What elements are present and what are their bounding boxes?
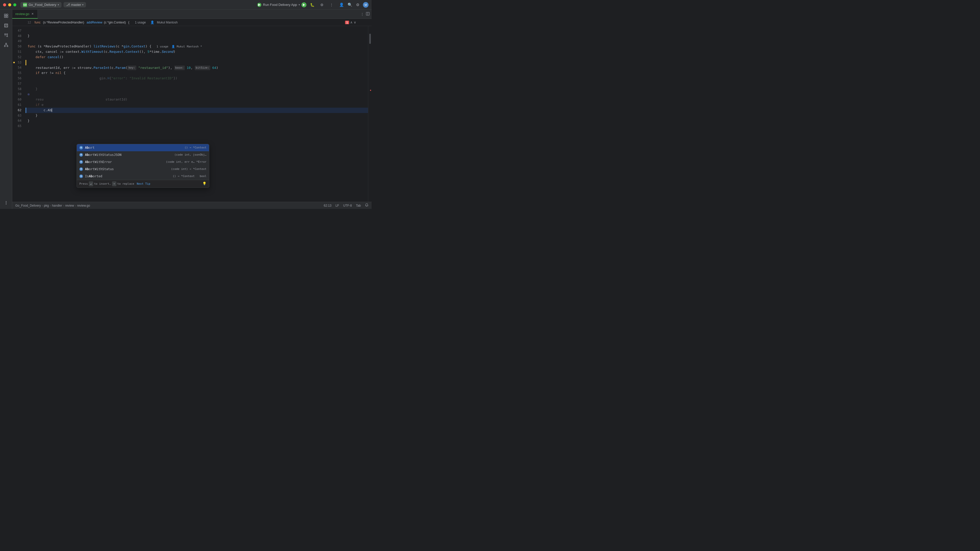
breadcrumb-handler[interactable]: handler — [52, 204, 62, 207]
ac-item-signature-3: (code int, err e… *Error — [166, 160, 207, 164]
line-num-60: 60 — [12, 97, 25, 102]
ac-method-icon-4: m — [80, 167, 83, 171]
code-content[interactable]: } func (s *ReviewProtectedHandler) listR… — [25, 26, 368, 202]
svg-point-8 — [6, 34, 8, 35]
ac-item-type-5: bool — [200, 174, 207, 179]
run-config-label: Run Food Delivery App — [263, 3, 297, 6]
fh-scroll-up-icon[interactable]: ∧ — [350, 21, 353, 24]
status-charset[interactable]: UTF-8 — [343, 204, 352, 207]
autocomplete-item-abort[interactable]: m Abort () → *Context — [77, 144, 209, 151]
fh-scroll-down-icon[interactable]: ∨ — [354, 21, 356, 24]
search-icon[interactable]: 🔍 — [348, 3, 352, 7]
svg-rect-2 — [4, 14, 6, 16]
line-num-63: 63 — [12, 113, 25, 118]
ac-item-signature: () → *Context — [185, 145, 207, 150]
line-num-61: 61 — [12, 102, 25, 108]
code-line-60: resu staurantId) — [25, 97, 368, 102]
svg-rect-11 — [7, 46, 8, 47]
svg-rect-10 — [4, 46, 5, 47]
more-tools-icon[interactable] — [2, 199, 10, 207]
line-num-55: 55 — [12, 70, 25, 76]
fh-funcname: addReview — [86, 21, 102, 24]
breadcrumb-project[interactable]: Go_Food_Delivery — [15, 204, 41, 207]
code-line-51: ctx, cancel := context.WithTimeout(c.Req… — [25, 49, 368, 55]
ac-item-signature-2: (code int, jsonObj… — [174, 152, 207, 157]
run-button[interactable] — [301, 2, 307, 7]
ac-item-signature-4: (code int) → *Context — [171, 167, 207, 171]
svg-point-14 — [6, 204, 6, 205]
branch-selector[interactable]: ⎇ master ▾ — [64, 2, 86, 7]
svg-point-12 — [6, 201, 6, 202]
app-layout: review.go ✕ ⋮ 12 func (s *ReviewProtecte… — [0, 10, 372, 209]
status-breadcrumb: Go_Food_Delivery › pkg › handler › revie… — [15, 204, 90, 207]
breadcrumb-pkg[interactable]: pkg — [44, 204, 49, 207]
status-position[interactable]: 62:13 — [324, 204, 331, 207]
code-line-49 — [25, 39, 368, 44]
line-numbers: 47 48 49 50 51 52 53 54 55 56 57 58 59 6… — [12, 26, 25, 202]
editor-icon[interactable] — [2, 21, 10, 30]
code-line-57 — [25, 81, 368, 86]
ac-item-text-2: AbortWithStatusJSON — [85, 152, 172, 157]
breadcrumb-sep-4: › — [75, 204, 76, 207]
code-line-52: defer cancel() — [25, 55, 368, 60]
maximize-button[interactable] — [13, 3, 16, 6]
next-tip-link[interactable]: Next Tip — [137, 182, 150, 186]
more-options-icon[interactable]: ⋮ — [328, 1, 336, 9]
code-editor[interactable]: 47 48 49 50 51 52 53 54 55 56 57 58 59 6… — [12, 26, 372, 202]
traffic-lights — [3, 3, 16, 6]
close-button[interactable] — [3, 3, 6, 6]
scrollbar-thumb[interactable] — [369, 34, 371, 44]
account-icon[interactable]: 👤 — [339, 3, 344, 7]
branch-name: master — [71, 3, 81, 6]
autocomplete-item-abortwithstatus[interactable]: m AbortWithStatus (code int) → *Context — [77, 165, 209, 173]
settings-gear-icon[interactable]: ⚙ — [356, 3, 360, 7]
autocomplete-item-abortwithderror[interactable]: m AbortWithError (code int, err e… *Erro… — [77, 159, 209, 165]
status-bar: Go_Food_Delivery › pkg › handler › revie… — [12, 202, 372, 209]
minimize-button[interactable] — [8, 3, 11, 6]
project-icon: GD — [23, 3, 27, 7]
fh-line-number: 12 — [27, 21, 31, 24]
ac-footer-replace-label: to replace — [118, 182, 134, 186]
tab-filename: review.go — [15, 12, 29, 16]
breadcrumb-review[interactable]: review — [65, 204, 74, 207]
git-icon[interactable] — [2, 31, 10, 39]
line-num-65: 65 — [12, 124, 25, 129]
editor-area: review.go ✕ ⋮ 12 func (s *ReviewProtecte… — [12, 10, 372, 209]
structure-icon[interactable] — [2, 41, 10, 49]
project-selector[interactable]: GD Go_Food_Delivery ▾ — [21, 2, 62, 8]
status-encoding[interactable]: LF — [336, 204, 339, 207]
svg-rect-5 — [6, 16, 8, 17]
autocomplete-item-abortwithstatusjson[interactable]: m AbortWithStatusJSON (code int, jsonObj… — [77, 151, 209, 159]
ac-footer-text: Press — [80, 182, 88, 186]
split-editor-icon[interactable] — [366, 12, 369, 16]
run-config-name[interactable]: Run Food Delivery App ▾ — [257, 3, 300, 7]
svg-rect-4 — [6, 14, 8, 16]
status-indent[interactable]: Tab — [356, 204, 361, 207]
ac-tab-key: → — [112, 181, 116, 186]
svg-point-6 — [5, 34, 6, 35]
user-avatar[interactable]: M — [363, 2, 369, 8]
line-num-48: 48 — [12, 33, 25, 39]
status-notifications-icon[interactable] — [365, 203, 369, 208]
breadcrumb-file[interactable]: review.go — [77, 204, 90, 207]
ac-method-icon-5: m — [80, 175, 83, 178]
titlebar-actions: 👤 🔍 ⚙ M — [339, 2, 369, 8]
settings-icon[interactable]: ⚙ — [318, 1, 326, 9]
code-line-54: restaurantId, err := strconv.ParseInt(c.… — [25, 65, 368, 71]
code-line-62[interactable]: c.Ab — [25, 108, 368, 113]
error-gutter-mark — [370, 90, 371, 91]
tab-close-icon[interactable]: ✕ — [31, 12, 35, 16]
debug-icon[interactable]: 🐛 — [308, 1, 316, 9]
ac-item-signature-5: () → *Context — [172, 174, 194, 179]
tab-more-icon[interactable]: ⋮ — [361, 12, 364, 16]
code-line-47 — [25, 28, 368, 33]
tab-review-go[interactable]: review.go ✕ — [12, 10, 38, 19]
run-config-chevron-icon: ▾ — [299, 3, 300, 6]
file-explorer-icon[interactable] — [2, 12, 10, 20]
function-header: 12 func (s *ReviewProtectedHandler) addR… — [12, 19, 372, 26]
svg-rect-3 — [4, 16, 6, 17]
ac-item-text-3: AbortWithError — [85, 159, 164, 165]
autocomplete-footer: Press ↵ to insert, → to replace Next Tip… — [77, 180, 209, 187]
autocomplete-item-isaborted[interactable]: m IsAborted () → *Context bool — [77, 173, 209, 180]
autocomplete-dropdown[interactable]: m Abort () → *Context m AbortWithStatusJ… — [76, 144, 209, 188]
